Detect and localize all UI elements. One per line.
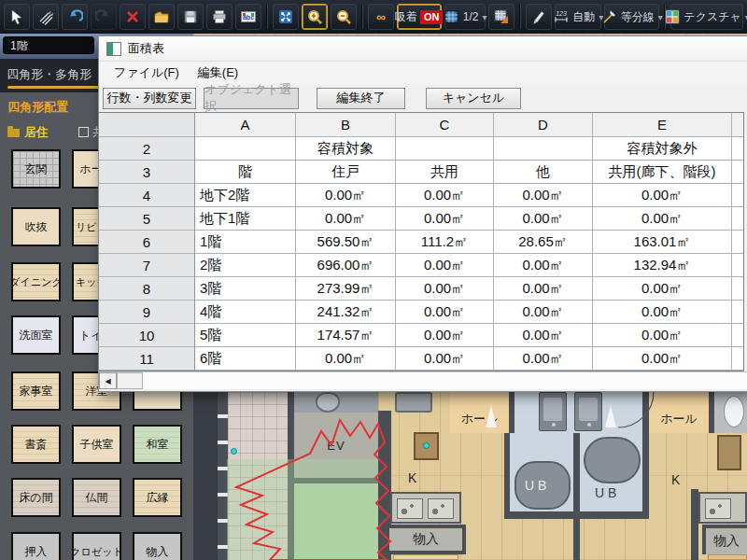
cell-A9[interactable]: 4階 [195, 301, 296, 324]
cell-B10[interactable]: 174.57㎡ [296, 324, 396, 347]
room-button-和室[interactable]: 和室 [133, 425, 182, 464]
cell-filler[interactable] [732, 324, 743, 347]
scrollbar-thumb[interactable] [117, 372, 143, 389]
cell-filler[interactable] [732, 161, 743, 184]
auto-dimension-button[interactable]: 123自動▾ [555, 4, 601, 30]
cell-A2[interactable] [195, 137, 296, 161]
texture-button[interactable]: テクスチャ▾ [670, 4, 743, 30]
cell-filler[interactable] [732, 231, 743, 254]
cell-C6[interactable]: 111.2㎡ [396, 231, 494, 254]
category-residential[interactable]: 居住 [7, 124, 49, 141]
cell-C7[interactable]: 0.00㎡ [396, 254, 494, 277]
handle-dot-2[interactable] [423, 442, 430, 449]
cell-C10[interactable]: 0.00㎡ [396, 324, 494, 347]
cell-C4[interactable]: 0.00㎡ [396, 184, 494, 207]
row-header-2[interactable]: 2 [99, 137, 195, 161]
cell-D10[interactable]: 0.00㎡ [494, 324, 593, 347]
cell-A8[interactable]: 3階 [195, 277, 296, 301]
equal-division-button[interactable]: 等分線▾ [604, 4, 659, 30]
column-header-A[interactable]: A [195, 113, 296, 137]
menu-edit[interactable]: 編集(E) [189, 63, 247, 83]
cell-E6[interactable]: 163.01㎡ [593, 231, 732, 254]
hall-room-2[interactable]: ホール [649, 392, 709, 433]
cell-D9[interactable]: 0.00㎡ [494, 301, 593, 324]
cell-E11[interactable]: 0.00㎡ [593, 347, 732, 371]
delete-button[interactable] [120, 4, 146, 30]
multi-line-button[interactable] [33, 4, 59, 30]
column-header-D[interactable]: D [494, 113, 593, 137]
corner-cell[interactable] [99, 113, 195, 137]
storage-room-2[interactable]: 物入 [702, 525, 747, 554]
room-button-子供室[interactable]: 子供室 [72, 425, 121, 464]
print-button[interactable] [206, 4, 233, 30]
room-button-洗面室[interactable]: 洗面室 [11, 315, 61, 355]
cell-filler[interactable] [732, 277, 743, 301]
cell-E3[interactable]: 共用(廊下、階段) [593, 161, 732, 184]
horizontal-scrollbar[interactable]: ◀ [99, 371, 747, 389]
row-header-6[interactable]: 6 [99, 231, 195, 254]
cell-D5[interactable]: 0.00㎡ [494, 207, 593, 231]
row-header-4[interactable]: 4 [99, 184, 195, 207]
snap-toggle-button[interactable]: 吸着ON [397, 4, 442, 30]
cell-E7[interactable]: 132.94㎡ [593, 254, 732, 277]
cell-C5[interactable]: 0.00㎡ [396, 207, 494, 231]
cell-filler[interactable] [732, 254, 743, 277]
select-button[interactable] [4, 4, 30, 30]
row-header-9[interactable]: 9 [99, 301, 195, 324]
zoom-in-button[interactable] [302, 4, 328, 30]
room-button-クロゼット[interactable]: クロゼット [72, 532, 121, 560]
cell-B11[interactable]: 0.00㎡ [296, 347, 396, 371]
unit-bath-2[interactable]: U B [580, 433, 642, 511]
room-button-書斎[interactable]: 書斎 [11, 425, 61, 464]
dialog-titlebar[interactable]: 面積表 [99, 36, 747, 62]
continuous-input-button[interactable]: ∞ [368, 4, 394, 30]
menu-file[interactable]: ファイル(F) [105, 63, 189, 83]
tab-polygon[interactable]: 四角形・多角形 [0, 66, 98, 83]
dialog-button-2[interactable]: 編集終了 [317, 88, 405, 109]
cell-C3[interactable]: 共用 [396, 161, 494, 184]
cell-E4[interactable]: 0.00㎡ [593, 184, 732, 207]
cell-E8[interactable]: 0.00㎡ [593, 277, 732, 301]
column-header-E[interactable]: E [593, 113, 732, 137]
column-header-B[interactable]: B [296, 113, 396, 137]
cell-filler[interactable] [732, 301, 743, 324]
cell-D8[interactable]: 0.00㎡ [494, 277, 593, 301]
cell-D11[interactable]: 0.00㎡ [494, 347, 593, 371]
open-file-button[interactable] [148, 4, 175, 30]
room-button-仏間[interactable]: 仏間 [72, 478, 121, 517]
redo-button[interactable] [91, 4, 117, 30]
row-header-11[interactable]: 11 [99, 347, 195, 371]
row-header-5[interactable]: 5 [99, 207, 195, 231]
cell-E9[interactable]: 0.00㎡ [593, 301, 732, 324]
cell-E10[interactable]: 0.00㎡ [593, 324, 732, 347]
cell-B7[interactable]: 696.00㎡ [296, 254, 396, 277]
room-button-広縁[interactable]: 広縁 [133, 478, 182, 517]
room-button-押入[interactable]: 押入 [11, 532, 61, 560]
cell-B9[interactable]: 241.32㎡ [296, 301, 396, 324]
cell-B8[interactable]: 273.99㎡ [296, 277, 396, 301]
fit-view-button[interactable] [273, 4, 299, 30]
cell-D3[interactable]: 他 [494, 161, 593, 184]
undo-button[interactable] [62, 4, 88, 30]
grid-scale-button[interactable]: 1/2▾ [444, 4, 486, 30]
cell-filler[interactable] [732, 184, 743, 207]
cell-C2[interactable] [396, 137, 494, 161]
grid-settings-button[interactable] [488, 4, 514, 30]
cell-B5[interactable]: 0.00㎡ [296, 207, 396, 231]
row-header-10[interactable]: 10 [99, 324, 195, 347]
floor-selector[interactable]: 1階 [3, 36, 94, 54]
room-button-床の間[interactable]: 床の間 [11, 478, 61, 517]
cell-E2[interactable]: 容積対象外 [593, 137, 732, 161]
cell-B4[interactable]: 0.00㎡ [296, 184, 396, 207]
cell-D7[interactable]: 0.00㎡ [494, 254, 593, 277]
row-header-7[interactable]: 7 [99, 254, 195, 277]
handle-dot[interactable] [231, 448, 237, 455]
cell-B6[interactable]: 569.50㎡ [296, 231, 396, 254]
zoom-out-button[interactable] [331, 4, 357, 30]
cell-A7[interactable]: 2階 [195, 254, 296, 277]
cell-A6[interactable]: 1階 [195, 231, 296, 254]
cell-filler[interactable] [732, 137, 743, 161]
save-button[interactable] [177, 4, 204, 30]
dialog-button-0[interactable]: 行数・列数変更 [103, 88, 196, 109]
column-header-filler[interactable] [732, 113, 743, 137]
